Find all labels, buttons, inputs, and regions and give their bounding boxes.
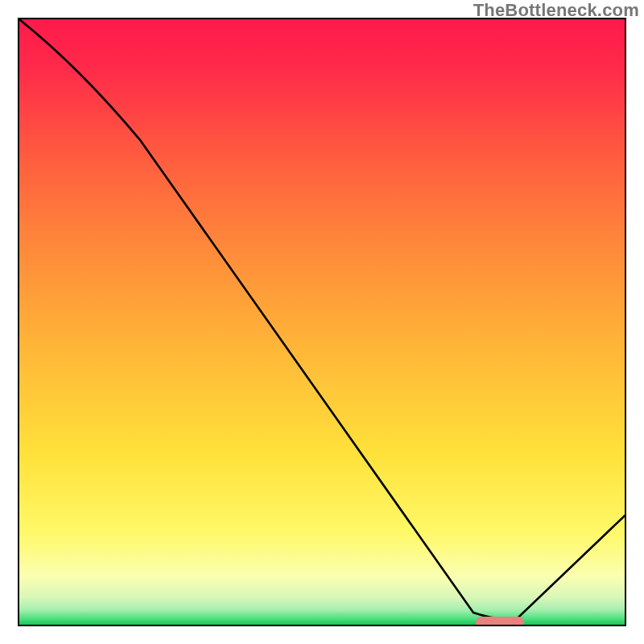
minimum-highlight-marker [476, 617, 524, 626]
bottleneck-curve [19, 19, 625, 625]
chart-frame: TheBottleneck.com [0, 0, 644, 644]
plot-area [18, 18, 626, 626]
